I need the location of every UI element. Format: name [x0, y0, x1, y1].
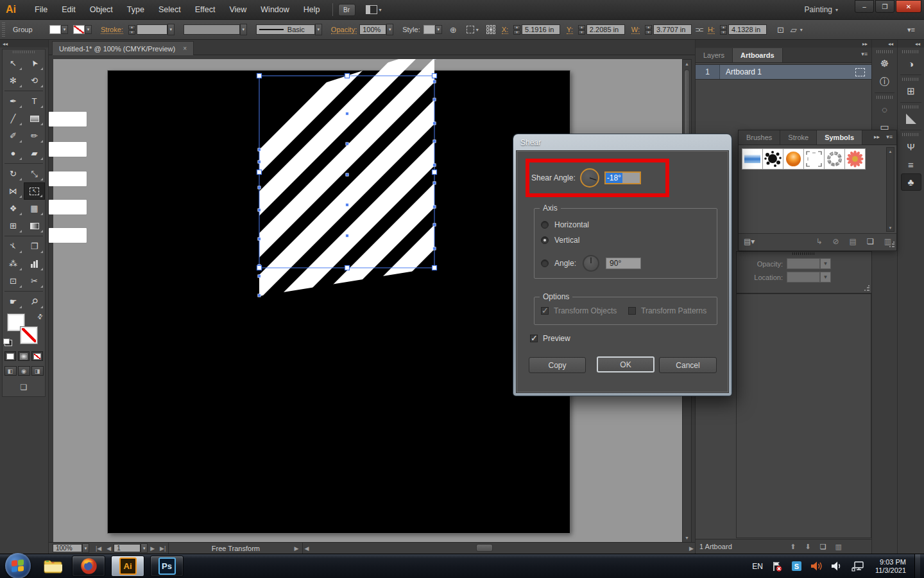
new-artboard-icon[interactable]: ❏ — [820, 543, 826, 551]
panel-menu-icon[interactable]: ▾≡ — [861, 51, 868, 57]
menu-edit[interactable]: Edit — [55, 0, 83, 20]
move-up-icon[interactable]: ⬆ — [790, 543, 796, 551]
artboard-icon[interactable] — [855, 68, 865, 76]
scroll-down-icon[interactable]: ▼ — [887, 224, 894, 231]
speaker-icon[interactable] — [831, 561, 843, 572]
opacity-dropdown[interactable]: ▾ — [386, 24, 393, 35]
radio-vertical[interactable]: Vertical — [541, 236, 579, 245]
sync-app-icon[interactable]: S — [791, 561, 802, 572]
zoom-level-field[interactable]: 100% — [53, 544, 82, 552]
dialog-title[interactable]: Shear — [513, 134, 732, 151]
stroke-weight-stepper[interactable]: ▲▼ — [128, 25, 135, 35]
bridge-button[interactable]: Br — [338, 4, 355, 16]
draw-inside-icon[interactable]: ◨ — [31, 366, 44, 376]
next-artboard-icon[interactable]: ▶ — [150, 545, 155, 552]
explorer-taskbar-icon[interactable] — [40, 556, 67, 577]
tool-mesh[interactable]: ⊞ — [3, 217, 24, 234]
brushes-panel-icon[interactable]: ☸ — [872, 55, 897, 73]
symbol-orange-orb[interactable] — [783, 148, 804, 170]
collapse-icons-icon[interactable]: ▸▸ — [874, 134, 880, 140]
fill-swatch[interactable] — [49, 25, 61, 34]
scroll-right-icon[interactable]: ▶ — [689, 545, 694, 552]
workspace-switcher[interactable]: Painting ▾ — [805, 5, 838, 14]
swatches-panel-icon[interactable]: ⊞ — [898, 82, 924, 100]
h-stepper[interactable]: ▲▼ — [720, 25, 727, 35]
show-desktop-button[interactable] — [914, 554, 920, 578]
zoom-dropdown[interactable]: ▾ — [82, 543, 89, 553]
menu-type[interactable]: Type — [120, 0, 151, 20]
place-symbol-icon[interactable]: ↳ — [816, 237, 822, 246]
variable-width-profile-dropdown[interactable]: ▾ — [240, 24, 247, 35]
horizontal-scrollbar[interactable]: ◀ ▶ — [303, 543, 695, 554]
clock[interactable]: 9:03 PM 11/3/2021 — [875, 558, 906, 575]
dock-collapse-header[interactable]: ◂◂ — [898, 40, 924, 48]
network-icon[interactable] — [851, 561, 864, 572]
ok-button[interactable]: OK — [597, 356, 654, 372]
artboard-row[interactable]: 1 Artboard 1 — [696, 64, 871, 80]
tool-scale[interactable]: ⤡ — [24, 165, 45, 182]
axis-angle-input[interactable]: 90° — [606, 258, 641, 269]
tool-symbol-sprayer[interactable]: ⁂ — [3, 255, 24, 272]
tool-width[interactable]: ⋈ — [3, 182, 24, 200]
transform-objects-checkbox[interactable]: Transform Objects — [541, 306, 617, 315]
tool-selection[interactable]: ↖ — [3, 55, 24, 72]
draw-normal-icon[interactable]: ◧ — [4, 366, 17, 376]
tool-perspective-grid[interactable]: ▦ — [24, 200, 45, 217]
none-button[interactable] — [31, 351, 43, 361]
resize-grip[interactable] — [889, 241, 895, 248]
brush-libraries-icon[interactable]: Ψ — [898, 137, 924, 155]
action-center-icon[interactable] — [771, 561, 783, 572]
tab-symbols[interactable]: Symbols — [817, 130, 862, 144]
checkbox-icon[interactable] — [628, 307, 636, 315]
tool-eyedropper[interactable]: ✁ — [3, 238, 24, 255]
tool-rotate[interactable]: ↻ — [3, 165, 24, 182]
dock-collapse-header[interactable]: ◂◂ — [872, 40, 897, 48]
close-tab-icon[interactable]: × — [183, 45, 187, 52]
document-tab[interactable]: Untitled-1* @ 100% (CMYK/Preview) × — [52, 41, 194, 55]
tool-artboard[interactable]: ⊡ — [3, 272, 24, 290]
w-stepper[interactable]: ▲▼ — [645, 25, 652, 35]
tool-direct-selection[interactable]: ➤ — [24, 55, 45, 72]
break-link-icon[interactable]: ⊘ — [832, 237, 839, 246]
start-button[interactable] — [5, 553, 31, 578]
radio-selected-icon[interactable] — [541, 236, 549, 244]
stroke-color-swatch[interactable] — [21, 327, 37, 344]
document-setup-icon[interactable]: ⊕ — [450, 25, 457, 35]
opacity-field[interactable]: 100% — [359, 24, 386, 35]
menu-effect[interactable]: Effect — [188, 0, 223, 20]
radio-icon[interactable] — [541, 259, 549, 267]
firefox-taskbar-button[interactable] — [72, 556, 105, 577]
status-menu-icon[interactable]: ▶ — [294, 545, 298, 552]
checkbox-checked-icon[interactable] — [541, 307, 549, 315]
style-dropdown[interactable]: ▾ — [435, 25, 442, 34]
brush-definition-dropdown[interactable]: ▾ — [315, 24, 322, 35]
constrain-proportions-icon[interactable]: ⊃⊂ — [695, 26, 702, 33]
default-fill-stroke-icon[interactable] — [4, 340, 12, 346]
tab-stroke[interactable]: Stroke — [780, 130, 817, 144]
info-panel-icon[interactable]: ⓘ — [872, 73, 897, 91]
color-button[interactable] — [4, 351, 16, 361]
tool-gradient[interactable] — [24, 217, 45, 234]
y-field[interactable]: 2.2085 in — [586, 24, 625, 35]
resize-grip[interactable] — [864, 285, 870, 292]
radio-horizontal[interactable]: Horizontal — [541, 220, 589, 229]
tool-column-graph[interactable] — [24, 255, 45, 272]
stroke-weight-dropdown[interactable]: ▾ — [167, 24, 175, 35]
symbol-blue-gradient[interactable] — [742, 148, 763, 170]
draw-behind-icon[interactable]: ◉ — [18, 366, 30, 376]
gradient-button[interactable] — [18, 351, 30, 361]
symbol-libraries-icon[interactable]: ▤▾ — [744, 237, 755, 246]
symbol-ink-splat[interactable] — [762, 148, 783, 170]
volume-mixer-icon[interactable] — [810, 561, 823, 572]
menu-select[interactable]: Select — [151, 0, 188, 20]
arrange-documents-button[interactable]: ▾ — [366, 5, 382, 14]
photoshop-taskbar-button[interactable]: Ps — [150, 556, 184, 577]
fill-dropdown[interactable]: ▾ — [61, 25, 68, 34]
tab-brushes[interactable]: Brushes — [739, 130, 780, 144]
y-stepper[interactable]: ▲▼ — [578, 25, 585, 35]
restore-button[interactable]: ❐ — [875, 0, 894, 13]
last-artboard-icon[interactable]: ▶| — [160, 545, 166, 552]
copy-button[interactable]: Copy — [529, 357, 586, 373]
variable-width-profile-field[interactable] — [184, 24, 240, 35]
symbol-flower[interactable] — [844, 148, 866, 170]
